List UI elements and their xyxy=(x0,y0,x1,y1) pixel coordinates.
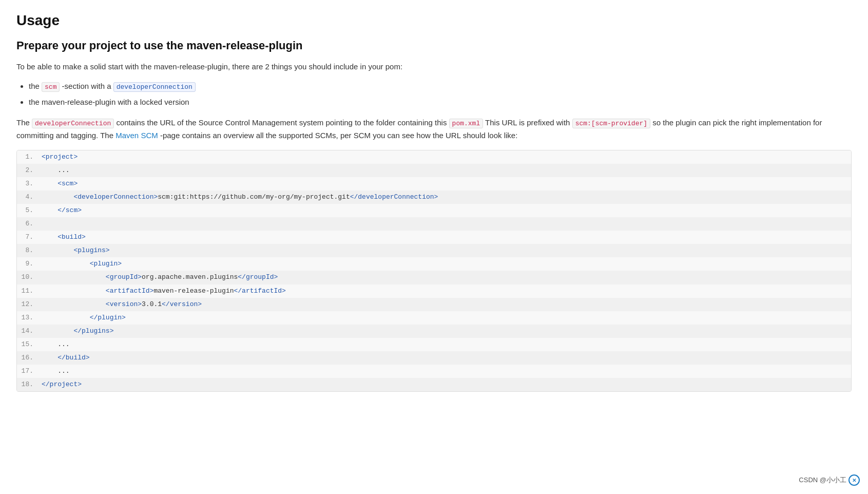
developer-connection-inline: developerConnection xyxy=(32,119,114,128)
line-content: </plugin> xyxy=(42,312,126,324)
developer-connection-code: developerConnection xyxy=(113,82,196,92)
sub-heading: Prepare your project to use the maven-re… xyxy=(16,39,852,52)
line-number: 13. xyxy=(17,312,42,324)
code-line: 7. <build> xyxy=(17,231,851,244)
line-number: 17. xyxy=(17,366,42,377)
line-number: 2. xyxy=(17,165,42,176)
code-line: 2. ... xyxy=(17,164,851,177)
code-line: 18.</project> xyxy=(17,378,851,391)
line-number: 15. xyxy=(17,339,42,350)
code-line: 17. ... xyxy=(17,365,851,378)
line-number: 3. xyxy=(17,178,42,189)
bullet-item-2: the maven-release-plugin with a locked v… xyxy=(29,96,852,108)
line-number: 11. xyxy=(17,286,42,297)
line-number: 7. xyxy=(17,232,42,243)
line-number: 14. xyxy=(17,326,42,337)
line-number: 18. xyxy=(17,379,42,390)
desc-part5: -page contains an overview all the suppo… xyxy=(160,131,517,140)
line-content: <plugins> xyxy=(42,245,110,256)
line-number: 1. xyxy=(17,151,42,163)
line-content: <plugin> xyxy=(42,258,122,270)
intro-paragraph: To be able to make a solid start with th… xyxy=(16,61,852,73)
line-number: 12. xyxy=(17,299,42,310)
line-content: </scm> xyxy=(42,205,82,216)
bullet-item-1: the scm -section with a developerConnect… xyxy=(29,80,852,93)
line-number: 6. xyxy=(17,218,42,230)
line-content: <scm> xyxy=(42,178,78,189)
bullet-1-middle: -section with a xyxy=(62,82,111,90)
scm-code: scm xyxy=(42,82,60,92)
code-line: 11. <artifactId>maven-release-plugin</ar… xyxy=(17,284,851,298)
code-line: 4. <developerConnection>scm:git:https://… xyxy=(17,191,851,204)
bullet-list: the scm -section with a developerConnect… xyxy=(29,80,852,108)
code-line: 9. <plugin> xyxy=(17,257,851,271)
desc-part2: contains the URL of the Source Control M… xyxy=(116,118,449,127)
pom-xml-inline: pom.xml xyxy=(449,119,484,128)
desc-part1: The xyxy=(16,118,30,127)
desc-part3: This URL is prefixed with xyxy=(485,118,572,127)
line-content: ... xyxy=(42,366,70,377)
line-number: 8. xyxy=(17,245,42,256)
maven-scm-link[interactable]: Maven SCM xyxy=(115,131,158,140)
code-line: 12. <version>3.0.1</version> xyxy=(17,298,851,311)
line-content: <artifactId>maven-release-plugin</artifa… xyxy=(42,286,286,297)
line-content: ... xyxy=(42,339,70,350)
line-content: <developerConnection>scm:git:https://git… xyxy=(42,192,438,203)
line-content: <build> xyxy=(42,232,86,243)
code-line: 13. </plugin> xyxy=(17,311,851,325)
code-line: 15. ... xyxy=(17,338,851,351)
code-line: 8. <plugins> xyxy=(17,244,851,257)
main-heading: Usage xyxy=(16,12,852,29)
line-number: 9. xyxy=(17,258,42,270)
bullet-1-prefix: the xyxy=(29,82,40,90)
code-line: 6. xyxy=(17,217,851,231)
line-content: <groupId>org.apache.maven.plugins</group… xyxy=(42,272,278,283)
line-content: </build> xyxy=(42,352,90,364)
line-content: <project> xyxy=(42,151,78,163)
line-content: <version>3.0.1</version> xyxy=(42,299,202,310)
line-content: ... xyxy=(42,165,70,176)
line-content: </plugins> xyxy=(42,326,113,337)
code-line: 3. <scm> xyxy=(17,177,851,191)
code-line: 5. </scm> xyxy=(17,204,851,217)
line-number: 5. xyxy=(17,205,42,216)
description-paragraph: The developerConnection contains the URL… xyxy=(16,117,852,142)
line-number: 4. xyxy=(17,192,42,203)
code-line: 10. <groupId>org.apache.maven.plugins</g… xyxy=(17,271,851,284)
scm-provider-inline: scm:[scm-provider] xyxy=(572,119,650,128)
code-line: 16. </build> xyxy=(17,351,851,365)
line-number: 10. xyxy=(17,272,42,283)
code-line: 14. </plugins> xyxy=(17,325,851,338)
line-number: 16. xyxy=(17,352,42,364)
code-line: 1.<project> xyxy=(17,150,851,164)
line-content: </project> xyxy=(42,379,82,390)
code-block: 1.<project>2. ...3. <scm>4. <developerCo… xyxy=(16,150,852,392)
